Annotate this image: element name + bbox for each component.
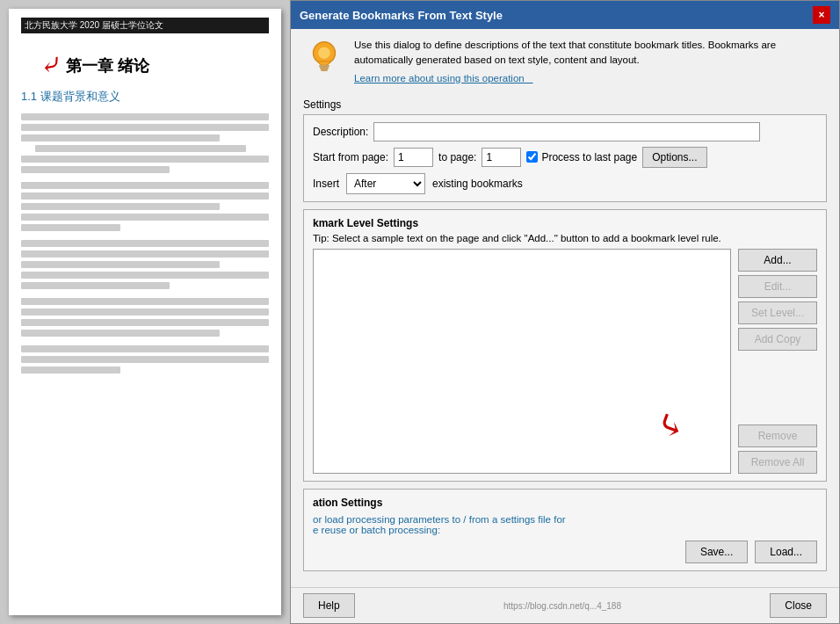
settings-section: Description: Start from page: to page: P… bbox=[303, 114, 827, 202]
dialog-footer: Help https://blog.csdn.net/q...4_188 Clo… bbox=[291, 587, 839, 623]
arrow-annotation: ⤷ bbox=[650, 403, 692, 451]
document-pane: 北方民族大学 2020 届硕士学位论文 ⤶ 第一章 绪论 1.1 课题背景和意义 bbox=[0, 0, 294, 624]
text-line bbox=[21, 166, 170, 173]
text-line bbox=[21, 250, 269, 258]
set-level-button[interactable]: Set Level... bbox=[738, 301, 817, 324]
text-line bbox=[21, 113, 269, 120]
text-line bbox=[21, 156, 269, 163]
text-line bbox=[21, 345, 269, 352]
info-description: Use this dialog to define descriptions o… bbox=[354, 38, 827, 69]
dialog-titlebar: Generate Bookmarks From Text Style × bbox=[291, 1, 839, 29]
text-line bbox=[21, 182, 269, 189]
text-line bbox=[21, 192, 269, 200]
info-section: Use this dialog to define descriptions o… bbox=[303, 38, 827, 84]
arrow-decoration: ⤶ bbox=[36, 49, 61, 81]
remove-button[interactable]: Remove bbox=[738, 424, 817, 447]
svg-rect-3 bbox=[321, 69, 328, 71]
add-copy-button[interactable]: Add Copy bbox=[738, 328, 817, 351]
description-label: Description: bbox=[313, 126, 368, 138]
text-line bbox=[21, 298, 269, 305]
text-line bbox=[21, 124, 269, 131]
bml-content: ⤷ Add... Edit... Set Level... Add Copy R… bbox=[313, 249, 817, 475]
save-button[interactable]: Save... bbox=[685, 541, 748, 563]
bml-tip-text: Tip: Select a sample text on the page an… bbox=[313, 233, 817, 243]
doc-chapter: ⤶ 第一章 绪论 bbox=[39, 51, 269, 80]
doc-text-block bbox=[21, 113, 269, 374]
insert-row: Insert After Before Replace existing boo… bbox=[313, 173, 817, 194]
text-line bbox=[21, 214, 269, 221]
info-text-block: Use this dialog to define descriptions o… bbox=[354, 38, 827, 84]
bml-section-title: kmark Level Settings bbox=[313, 217, 817, 229]
bml-buttons-panel: Add... Edit... Set Level... Add Copy Rem… bbox=[738, 249, 817, 475]
add-button[interactable]: Add... bbox=[738, 249, 817, 272]
action-buttons: Save... Load... bbox=[313, 541, 817, 563]
svg-point-4 bbox=[318, 47, 329, 59]
action-text-line1: or load processing parameters to / from … bbox=[313, 514, 566, 525]
start-from-page-label: Start from page: bbox=[313, 151, 388, 163]
text-line bbox=[21, 356, 269, 363]
action-settings-text: or load processing parameters to / from … bbox=[313, 514, 817, 535]
help-button[interactable]: Help bbox=[303, 593, 355, 618]
load-button[interactable]: Load... bbox=[755, 541, 817, 563]
action-settings-section: ation Settings or load processing parame… bbox=[303, 489, 827, 571]
text-line bbox=[21, 366, 120, 374]
text-line bbox=[21, 134, 220, 141]
footer-left: Help bbox=[303, 593, 355, 618]
description-row: Description: bbox=[313, 122, 817, 141]
bulb-icon-container bbox=[303, 38, 345, 80]
text-line bbox=[21, 203, 220, 210]
process-last-page-label: Process to last page bbox=[541, 151, 637, 163]
document-page: 北方民族大学 2020 届硕士学位论文 ⤶ 第一章 绪论 1.1 课题背景和意义 bbox=[9, 9, 281, 615]
close-footer-button[interactable]: Close bbox=[770, 593, 827, 618]
generate-bookmarks-dialog: Generate Bookmarks From Text Style × Use… bbox=[290, 0, 840, 624]
lightbulb-icon bbox=[307, 38, 342, 80]
to-page-input[interactable] bbox=[482, 148, 521, 167]
text-line bbox=[21, 319, 269, 326]
insert-label: Insert bbox=[313, 178, 339, 190]
insert-select[interactable]: After Before Replace bbox=[346, 173, 425, 194]
description-input[interactable] bbox=[373, 122, 760, 141]
to-page-label: to page: bbox=[438, 151, 476, 163]
text-line bbox=[21, 330, 220, 337]
dialog-close-button[interactable]: × bbox=[813, 6, 830, 24]
text-line bbox=[21, 282, 170, 289]
chapter-title: 第一章 绪论 bbox=[66, 55, 149, 76]
section-title: 1.1 课题背景和意义 bbox=[21, 89, 269, 105]
text-line bbox=[21, 224, 120, 231]
page-range-row: Start from page: to page: Process to las… bbox=[313, 147, 817, 168]
settings-section-label: Settings bbox=[303, 98, 827, 111]
text-line bbox=[35, 145, 246, 152]
process-last-page-checkbox[interactable] bbox=[526, 151, 538, 163]
existing-bookmarks-label: existing bookmarks bbox=[432, 178, 523, 190]
process-last-page-wrap: Process to last page bbox=[526, 151, 637, 163]
text-line bbox=[21, 272, 269, 279]
bml-list: ⤷ bbox=[313, 249, 731, 475]
doc-header: 北方民族大学 2020 届硕士学位论文 bbox=[21, 18, 269, 33]
text-line bbox=[21, 261, 220, 268]
text-line bbox=[21, 240, 269, 247]
options-button[interactable]: Options... bbox=[642, 147, 706, 168]
dialog-body: Use this dialog to define descriptions o… bbox=[291, 29, 839, 587]
text-line bbox=[21, 308, 269, 316]
dialog-title: Generate Bookmarks From Text Style bbox=[300, 9, 503, 22]
action-settings-title: ation Settings bbox=[313, 497, 817, 509]
learn-more-link[interactable]: Learn more about using this operation _ bbox=[354, 73, 532, 83]
footer-url: https://blog.csdn.net/q...4_188 bbox=[503, 601, 621, 611]
action-text-line2: e reuse or batch processing: bbox=[313, 525, 440, 535]
start-page-input[interactable] bbox=[394, 148, 433, 167]
remove-all-button[interactable]: Remove All bbox=[738, 451, 817, 474]
bookmark-level-settings-section: kmark Level Settings Tip: Select a sampl… bbox=[303, 209, 827, 483]
edit-button[interactable]: Edit... bbox=[738, 275, 817, 298]
